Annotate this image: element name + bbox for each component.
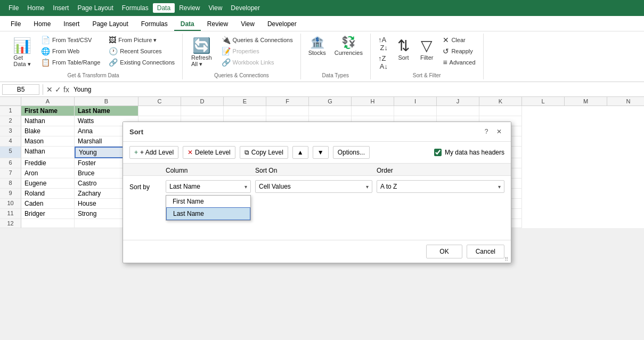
col-header-m[interactable]: M xyxy=(565,97,607,106)
sort-button[interactable]: ⇅ Sort xyxy=(393,35,414,63)
filter-button[interactable]: ▽ Filter xyxy=(416,35,437,63)
cell-a2[interactable]: Nathan xyxy=(21,116,75,126)
col-header-i[interactable]: I xyxy=(394,97,437,106)
cell-a4[interactable]: Mason xyxy=(21,136,75,147)
col-header-l[interactable]: L xyxy=(522,97,565,106)
cell-h1[interactable] xyxy=(352,106,394,116)
tab-review[interactable]: Review xyxy=(201,18,234,31)
cancel-formula-icon[interactable]: ✕ xyxy=(46,85,53,94)
from-picture-button[interactable]: 🖼 From Picture ▾ xyxy=(105,35,178,45)
from-text-csv-button[interactable]: 📄 From Text/CSV xyxy=(38,35,103,45)
menu-developer[interactable]: Developer xyxy=(226,3,264,13)
menu-review[interactable]: Review xyxy=(175,3,204,13)
col-header-n[interactable]: N xyxy=(607,97,644,106)
dialog-close-button[interactable]: ✕ xyxy=(494,126,504,137)
copy-level-button[interactable]: ⧉ Copy Level xyxy=(240,146,288,159)
currencies-button[interactable]: 💱 Currencies xyxy=(331,35,366,58)
tab-formulas[interactable]: Formulas xyxy=(135,18,174,31)
cell-a3[interactable]: Blake xyxy=(21,126,75,136)
function-icon[interactable]: fx xyxy=(63,85,69,94)
cell-e1[interactable] xyxy=(224,106,266,116)
dropdown-item-firstname[interactable]: First Name xyxy=(166,196,250,207)
row-num-3[interactable]: 3 xyxy=(0,126,21,136)
clear-button[interactable]: ✕ Clear xyxy=(439,35,478,45)
dropdown-item-lastname[interactable]: Last Name xyxy=(166,207,250,220)
cell-a8[interactable]: Eugene xyxy=(21,179,75,189)
col-header-c[interactable]: C xyxy=(138,97,181,106)
cell-a7[interactable]: Aron xyxy=(21,168,75,179)
from-table-button[interactable]: 📋 From Table/Range xyxy=(38,57,103,68)
tab-developer[interactable]: Developer xyxy=(261,18,303,31)
menu-page-layout[interactable]: Page Layout xyxy=(73,3,117,13)
row-num-7[interactable]: 7 xyxy=(0,168,21,179)
recent-sources-button[interactable]: 🕐 Recent Sources xyxy=(105,46,178,56)
col-header-k[interactable]: K xyxy=(479,97,522,106)
row-num-10[interactable]: 10 xyxy=(0,199,21,209)
ok-button[interactable]: OK xyxy=(426,245,462,258)
col-header-d[interactable]: D xyxy=(181,97,224,106)
row-num-12[interactable]: 12 xyxy=(0,219,21,228)
cell-a10[interactable]: Caden xyxy=(21,199,75,209)
sort-az-button[interactable]: ↑A Z↓ xyxy=(375,35,391,53)
cell-g1[interactable] xyxy=(309,106,352,116)
cell-j1[interactable] xyxy=(437,106,479,116)
sort-za-button[interactable]: ↑Z A↓ xyxy=(375,53,391,71)
cell-a1[interactable]: First Name xyxy=(21,106,75,116)
cell-i1[interactable] xyxy=(394,106,437,116)
cell-a6[interactable]: Freddie xyxy=(21,158,75,168)
cell-reference[interactable] xyxy=(2,84,39,95)
menu-view[interactable]: View xyxy=(205,3,227,13)
menu-home[interactable]: Home xyxy=(23,3,48,13)
delete-level-button[interactable]: ✕ Delete Level xyxy=(183,146,235,159)
tab-view[interactable]: View xyxy=(234,18,261,31)
formula-input[interactable] xyxy=(71,85,642,94)
row-num-1[interactable]: 1 xyxy=(0,106,21,116)
cell-f1[interactable] xyxy=(266,106,309,116)
column-dropdown[interactable]: Last Name ▾ xyxy=(166,180,251,193)
cancel-button[interactable]: Cancel xyxy=(467,245,504,258)
row-num-4[interactable]: 4 xyxy=(0,136,21,147)
order-dropdown[interactable]: A to Z ▾ xyxy=(377,180,504,193)
col-header-b[interactable]: B xyxy=(75,97,138,106)
properties-button[interactable]: 📝 Properties xyxy=(218,46,296,56)
row-num-8[interactable]: 8 xyxy=(0,179,21,189)
tab-insert[interactable]: Insert xyxy=(57,18,86,31)
headers-checkbox[interactable] xyxy=(434,149,442,156)
get-data-button[interactable]: 📊 GetData ▾ xyxy=(9,35,36,70)
confirm-formula-icon[interactable]: ✓ xyxy=(55,85,61,94)
tab-file[interactable]: File xyxy=(4,18,27,31)
menu-insert[interactable]: Insert xyxy=(48,3,73,13)
cell-a11[interactable]: Bridger xyxy=(21,209,75,219)
menu-formulas[interactable]: Formulas xyxy=(118,3,153,13)
row-num-5[interactable]: 5 xyxy=(0,147,21,158)
cell-c1[interactable] xyxy=(138,106,181,116)
cell-d1[interactable] xyxy=(181,106,224,116)
from-web-button[interactable]: 🌐 From Web xyxy=(38,46,103,56)
col-header-e[interactable]: E xyxy=(224,97,266,106)
advanced-button[interactable]: ≡ Advanced xyxy=(439,57,478,68)
col-header-j[interactable]: J xyxy=(437,97,479,106)
col-header-a[interactable]: A xyxy=(21,97,75,106)
menu-data[interactable]: Data xyxy=(153,3,175,13)
move-down-button[interactable]: ▼ xyxy=(313,146,329,159)
workbook-links-button[interactable]: 🔗 Workbook Links xyxy=(218,57,296,68)
col-header-g[interactable]: G xyxy=(309,97,352,106)
row-num-2[interactable]: 2 xyxy=(0,116,21,126)
sort-on-dropdown[interactable]: Cell Values ▾ xyxy=(255,180,372,193)
tab-home[interactable]: Home xyxy=(27,18,57,31)
cell-k1[interactable] xyxy=(479,106,522,116)
cell-a9[interactable]: Roland xyxy=(21,189,75,199)
add-level-button[interactable]: + + Add Level xyxy=(129,146,178,159)
dialog-help-button[interactable]: ? xyxy=(481,126,492,137)
resize-handle[interactable]: ⠿ xyxy=(504,256,510,262)
row-num-11[interactable]: 11 xyxy=(0,209,21,219)
cell-b1[interactable]: Last Name xyxy=(75,106,138,116)
menu-file[interactable]: File xyxy=(4,3,23,13)
existing-connections-button[interactable]: 🔗 Existing Connections xyxy=(105,57,178,68)
tab-data[interactable]: Data xyxy=(174,18,201,31)
options-button[interactable]: Options... xyxy=(333,146,370,159)
queries-connections-button[interactable]: 🔌 Queries & Connections xyxy=(218,35,296,45)
stocks-button[interactable]: 🏦 Stocks xyxy=(305,35,329,58)
cell-a12[interactable] xyxy=(21,219,75,228)
reapply-button[interactable]: ↺ Reapply xyxy=(439,46,478,56)
